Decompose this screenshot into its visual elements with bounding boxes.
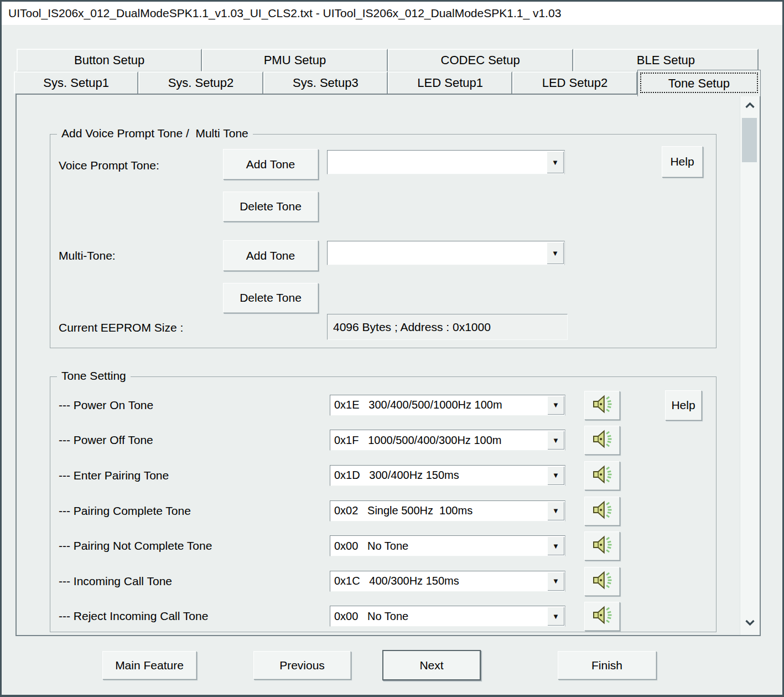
tone-select[interactable]: 0x1E 300/400/500/1000Hz 100m ▼ [330,395,565,416]
add-voice-tone-button[interactable]: Add Tone [223,149,318,179]
dropdown-arrow-icon[interactable]: ▼ [547,502,564,520]
tone-select-value: 0x1D 300/400Hz 150ms [330,466,547,486]
dropdown-arrow-icon[interactable]: ▼ [547,431,564,450]
tab-strip-bottom: Sys. Setup1 Sys. Setup2 Sys. Setup3 LED … [14,71,761,94]
tone-setting-groupbox: Tone Setting --- Power On Tone 0x1E 300/… [50,376,716,632]
multi-tone-value [328,241,546,265]
play-tone-button[interactable] [584,531,620,560]
title-bar: UITool_IS206x_012_DualModeSPK1.1_v1.03_U… [2,2,782,25]
tone-row: --- Enter Pairing Tone 0x1D 300/400Hz 15… [50,458,716,493]
speaker-icon [590,428,614,452]
voice-prompt-groupbox: Add Voice Prompt Tone / Multi Tone Voice… [50,134,716,348]
dropdown-arrow-icon[interactable]: ▼ [547,572,564,591]
tone-row: --- Reject Incoming Call Tone 0x00 No To… [50,599,716,634]
tone-help-button[interactable]: Help [665,390,702,420]
dropdown-arrow-icon[interactable]: ▼ [547,607,564,626]
main-feature-button[interactable]: Main Feature [102,651,196,679]
multi-tone-select[interactable]: ▼ [327,241,565,265]
previous-button[interactable]: Previous [253,651,351,679]
tone-row-label: --- Reject Incoming Call Tone [50,610,330,623]
tab-sys-setup1[interactable]: Sys. Setup1 [14,71,138,94]
tab-led-setup2[interactable]: LED Setup2 [512,71,637,94]
app-window: UITool_IS206x_012_DualModeSPK1.1_v1.03_U… [0,0,784,697]
tone-row-label: --- Pairing Complete Tone [50,504,330,518]
tone-setup-panel: Add Voice Prompt Tone / Multi Tone Voice… [15,94,761,636]
add-multi-tone-button[interactable]: Add Tone [223,240,318,271]
dropdown-arrow-icon[interactable]: ▼ [547,466,564,485]
groupbox-title: Add Voice Prompt Tone / Multi Tone [57,127,253,140]
tone-select[interactable]: 0x00 No Tone ▼ [330,606,565,627]
chevron-up-icon [745,101,755,111]
play-tone-button[interactable] [584,426,620,455]
voice-prompt-tone-select[interactable]: ▼ [327,150,565,174]
scroll-up-button[interactable] [740,95,760,118]
tone-select[interactable]: 0x02 Single 500Hz 100ms ▼ [330,500,565,522]
tone-row: --- Pairing Not Complete Tone 0x00 No To… [50,528,716,564]
tone-select[interactable]: 0x00 No Tone ▼ [330,535,565,556]
speaker-icon [590,534,614,558]
tab-codec-setup[interactable]: CODEC Setup [388,49,573,71]
multi-tone-label: Multi-Tone: [59,249,116,262]
tab-strip-top: Button Setup PMU Setup CODEC Setup BLE S… [17,49,759,71]
voice-help-button[interactable]: Help [662,146,703,177]
tab-pmu-setup[interactable]: PMU Setup [202,49,387,71]
tone-select-value: 0x1C 400/300Hz 150ms [330,571,547,591]
tone-rows: --- Power On Tone 0x1E 300/400/500/1000H… [50,388,716,634]
eeprom-size-value: 4096 Bytes ; Address : 0x1000 [327,314,568,340]
tone-select[interactable]: 0x1F 1000/500/400/300Hz 100m ▼ [330,430,565,451]
tab-tone-setup[interactable]: Tone Setup [637,70,761,96]
play-tone-button[interactable] [584,461,620,490]
tab-sys-setup2[interactable]: Sys. Setup2 [138,71,263,94]
dropdown-arrow-icon[interactable]: ▼ [547,536,564,555]
tone-select[interactable]: 0x1C 400/300Hz 150ms ▼ [330,571,565,592]
voice-prompt-tone-value [328,151,546,174]
tone-select-value: 0x02 Single 500Hz 100ms [330,501,547,521]
tone-row: --- Incoming Call Tone 0x1C 400/300Hz 15… [50,564,716,599]
tab-button-setup[interactable]: Button Setup [17,49,202,71]
tab-ble-setup[interactable]: BLE Setup [573,49,759,71]
speaker-icon [590,569,614,593]
dropdown-arrow-icon[interactable]: ▼ [547,242,564,264]
chevron-down-icon [745,618,755,628]
tone-select-value: 0x1E 300/400/500/1000Hz 100m [330,395,547,415]
tone-row-label: --- Enter Pairing Tone [50,469,330,482]
scroll-down-button[interactable] [740,612,760,635]
speaker-icon [590,604,614,628]
tone-row-label: --- Pairing Not Complete Tone [50,539,330,553]
speaker-icon [590,393,614,417]
scrollbar-thumb[interactable] [742,118,757,162]
tone-row-label: --- Incoming Call Tone [50,575,330,588]
delete-voice-tone-button[interactable]: Delete Tone [223,192,318,221]
window-chrome: UITool_IS206x_012_DualModeSPK1.1_v1.03_U… [2,2,782,695]
eeprom-size-label: Current EEPROM Size : [59,321,183,334]
voice-prompt-tone-label: Voice Prompt Tone: [59,159,159,172]
window-title: UITool_IS206x_012_DualModeSPK1.1_v1.03_U… [8,7,561,20]
play-tone-button[interactable] [584,391,620,420]
speaker-icon [590,463,614,488]
speaker-icon [590,499,614,523]
tone-row-label: --- Power On Tone [50,399,330,412]
tone-row-label: --- Power Off Tone [50,433,330,447]
tone-select[interactable]: 0x1D 300/400Hz 150ms ▼ [330,465,565,486]
delete-multi-tone-button[interactable]: Delete Tone [223,283,318,313]
play-tone-button[interactable] [584,602,620,631]
play-tone-button[interactable] [584,567,620,596]
play-tone-button[interactable] [584,497,620,525]
tab-led-setup1[interactable]: LED Setup1 [388,71,512,94]
tone-select-value: 0x1F 1000/500/400/300Hz 100m [330,430,547,450]
groupbox-title: Tone Setting [57,369,131,383]
tone-select-value: 0x00 No Tone [330,536,547,556]
dropdown-arrow-icon[interactable]: ▼ [547,151,564,173]
tone-select-value: 0x00 No Tone [330,606,547,626]
tab-sys-setup3[interactable]: Sys. Setup3 [263,71,388,94]
vertical-scrollbar[interactable] [740,95,760,635]
tone-row: --- Power Off Tone 0x1F 1000/500/400/300… [50,423,716,458]
finish-button[interactable]: Finish [558,651,656,679]
next-button[interactable]: Next [382,650,481,680]
tone-row: --- Pairing Complete Tone 0x02 Single 50… [50,493,716,529]
dropdown-arrow-icon[interactable]: ▼ [547,396,564,415]
tone-row: --- Power On Tone 0x1E 300/400/500/1000H… [50,388,716,423]
